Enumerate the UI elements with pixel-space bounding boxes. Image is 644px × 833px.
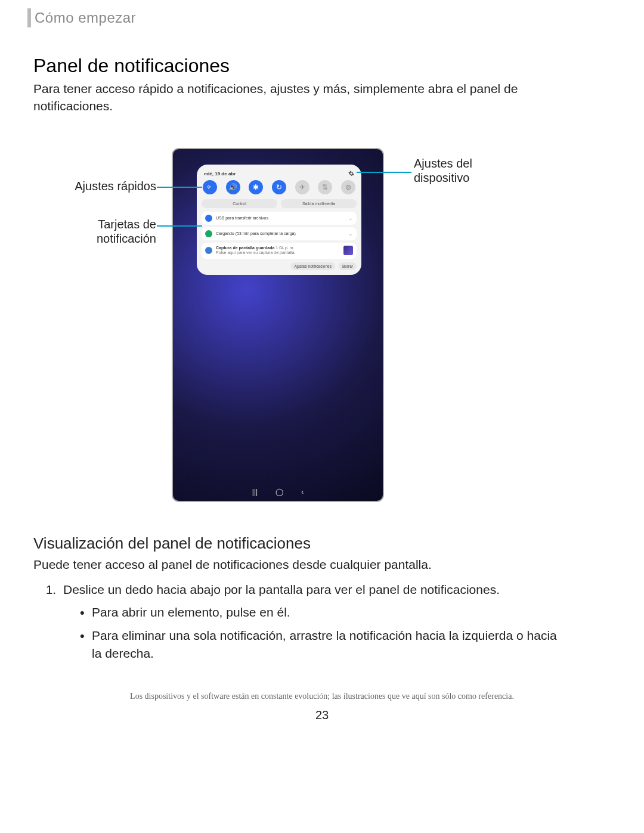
usb-icon	[205, 215, 212, 222]
notif-text: Cargando (53 min para completar la carga…	[216, 231, 296, 236]
breadcrumb: Cómo empezar	[35, 10, 136, 26]
callout-quick-settings: Ajustes rápidos	[68, 179, 156, 193]
notification-card[interactable]: Cargando (53 min para completar la carga…	[202, 227, 357, 240]
leader-line	[357, 172, 411, 173]
bullet-item: Para abrir un elemento, pulse en él.	[75, 603, 561, 621]
section-text: Puede tener acceso al panel de notificac…	[33, 556, 558, 573]
page-number: 23	[0, 708, 644, 722]
notification-panel: mié, 19 de abr ᯤ 🔊 ✱ ↻ ✈ ⇅ ⊚ Control Sal…	[197, 165, 361, 275]
chevron-down-icon: ⌄	[348, 231, 353, 237]
callout-line1: Tarjetas de	[98, 218, 156, 231]
bullet-item: Para eliminar una sola notificación, arr…	[75, 627, 561, 663]
step-item: Deslice un dedo hacia abajo por la panta…	[60, 581, 561, 663]
disclaimer: Los dispositivos y el software están en …	[0, 692, 644, 701]
leader-line	[157, 187, 202, 188]
screenshot-thumb	[343, 246, 353, 255]
bluetooth-icon[interactable]: ✱	[249, 180, 263, 194]
hotspot-icon[interactable]: ⊚	[341, 180, 355, 194]
header-accent	[27, 8, 31, 27]
notification-card[interactable]: USB para transferir archivos ⌄	[202, 212, 357, 225]
notif-time: 1:04 p. m.	[275, 246, 294, 250]
page-title: Panel de notificaciones	[33, 55, 230, 77]
home-icon[interactable]: ◯	[275, 488, 283, 496]
callout-line2: dispositivo	[414, 171, 469, 184]
notif-settings-button[interactable]: Ajustes notificaciones	[290, 262, 335, 270]
screenshot-icon	[205, 247, 212, 254]
control-tab[interactable]: Control	[202, 199, 277, 208]
notif-text: USB para transferir archivos	[216, 216, 268, 221]
charging-icon	[205, 230, 212, 237]
leader-line	[157, 225, 202, 227]
nav-bar: ||| ◯ ‹	[173, 488, 383, 496]
panel-date: mié, 19 de abr	[204, 171, 236, 176]
recents-icon[interactable]: |||	[252, 488, 258, 496]
notif-title: Captura de pantalla guardada	[216, 246, 274, 250]
notif-sub: Pulse aquí para ver su captura de pantal…	[216, 250, 295, 255]
callout-device-settings: Ajustes del dispositivo	[414, 156, 521, 185]
back-icon[interactable]: ‹	[301, 488, 304, 496]
step-text: Deslice un dedo hacia abajo por la panta…	[63, 583, 500, 596]
intro-text: Para tener acceso rápido a notificacione…	[33, 80, 558, 115]
wifi-icon[interactable]: ᯤ	[203, 180, 217, 194]
phone-mockup: mié, 19 de abr ᯤ 🔊 ✱ ↻ ✈ ⇅ ⊚ Control Sal…	[172, 148, 384, 502]
callout-line1: Ajustes del	[414, 157, 472, 170]
sound-icon[interactable]: 🔊	[226, 180, 240, 194]
chevron-down-icon: ⌄	[348, 215, 353, 221]
steps-list: Deslice un dedo hacia abajo por la panta…	[48, 581, 561, 668]
quick-settings-row: ᯤ 🔊 ✱ ↻ ✈ ⇅ ⊚	[202, 179, 357, 198]
notification-card[interactable]: Captura de pantalla guardada 1:04 p. m. …	[202, 243, 357, 259]
airplane-icon[interactable]: ✈	[295, 180, 309, 194]
section-heading: Visualización del panel de notificacione…	[33, 534, 311, 553]
clear-button[interactable]: Borrar	[339, 262, 357, 270]
gear-icon[interactable]	[348, 171, 354, 176]
data-icon[interactable]: ⇅	[318, 180, 332, 194]
callout-notification-cards: Tarjetas de notificación	[68, 217, 156, 246]
callout-line2: notificación	[97, 232, 156, 245]
rotate-icon[interactable]: ↻	[272, 180, 286, 194]
media-tab[interactable]: Salida multimedia	[281, 199, 357, 208]
